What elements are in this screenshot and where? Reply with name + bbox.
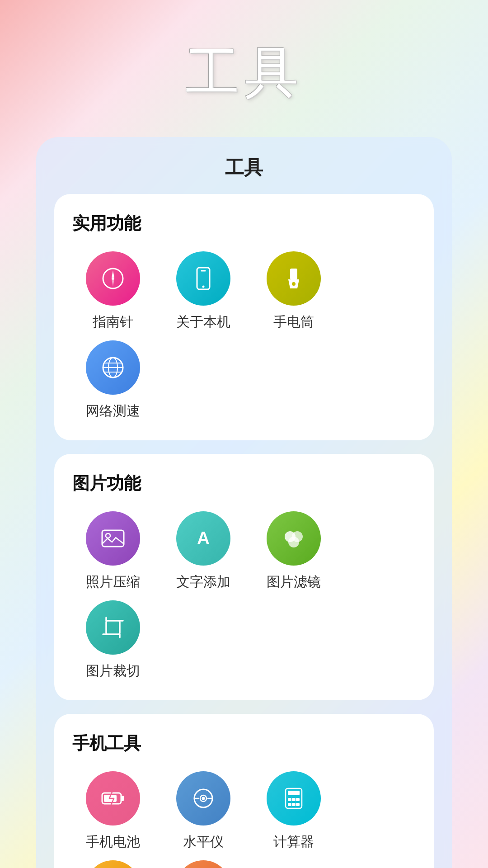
svg-point-36 <box>202 797 205 800</box>
photo-icon <box>99 525 127 552</box>
item-flashlight[interactable]: 手电筒 <box>253 251 334 331</box>
level-icon-bg <box>176 771 230 826</box>
level-icon <box>190 785 217 812</box>
cpu-icon-bg <box>86 860 140 868</box>
calculator-icon <box>280 785 307 812</box>
image-crop-label: 图片裁切 <box>86 662 140 680</box>
compass-icon <box>99 265 127 292</box>
image-filter-label: 图片滤镜 <box>267 573 321 591</box>
level-label: 水平仪 <box>183 833 224 851</box>
svg-rect-40 <box>292 798 296 801</box>
section-practical-label: 实用功能 <box>72 212 416 235</box>
main-card: 工具 实用功能 指南针 <box>36 137 452 868</box>
card-title: 工具 <box>225 155 263 180</box>
svg-point-20 <box>288 537 299 547</box>
crop-icon <box>99 614 127 641</box>
practical-grid: 指南针 关于本机 <box>72 251 416 420</box>
svg-point-1 <box>112 277 114 280</box>
section-image-label: 图片功能 <box>72 472 416 495</box>
phone-tools-grid: 手机电池 水平仪 <box>72 771 416 868</box>
item-image-filter[interactable]: 图片滤镜 <box>253 511 334 591</box>
svg-point-6 <box>202 286 205 288</box>
filter-icon <box>280 525 307 552</box>
item-about-phone[interactable]: 关于本机 <box>163 251 244 331</box>
item-text-add[interactable]: A 文字添加 <box>163 511 244 591</box>
svg-rect-39 <box>288 798 291 801</box>
text-add-icon-bg: A <box>176 511 230 566</box>
compass-icon-bg <box>86 251 140 306</box>
item-level[interactable]: 水平仪 <box>163 771 244 851</box>
svg-rect-42 <box>288 803 291 806</box>
image-filter-icon-bg <box>267 511 321 566</box>
image-grid: 照片压缩 A 文字添加 图片滤镜 <box>72 511 416 680</box>
item-compass[interactable]: 指南针 <box>72 251 154 331</box>
about-phone-icon-bg <box>176 251 230 306</box>
svg-rect-41 <box>296 798 300 801</box>
svg-rect-43 <box>292 803 296 806</box>
compass-label: 指南针 <box>93 313 133 331</box>
section-practical: 实用功能 指南针 <box>54 194 434 440</box>
item-cpu[interactable]: CPU <box>72 860 154 868</box>
svg-marker-3 <box>112 279 114 287</box>
battery-label: 手机电池 <box>86 833 140 851</box>
network-speed-label: 网络测速 <box>86 402 140 420</box>
text-a-icon: A <box>190 525 217 552</box>
svg-point-9 <box>292 282 296 286</box>
flashlight-label: 手电筒 <box>273 313 314 331</box>
item-calculator[interactable]: 计算器 <box>253 771 334 851</box>
section-phone-tools-label: 手机工具 <box>72 732 416 755</box>
item-battery[interactable]: 手机电池 <box>72 771 154 851</box>
page-title: 工具 <box>185 36 303 110</box>
calculator-icon-bg <box>267 771 321 826</box>
svg-rect-15 <box>102 530 124 547</box>
photo-compress-label: 照片压缩 <box>86 573 140 591</box>
item-phone-clean[interactable]: 手机清灰 <box>163 860 244 868</box>
phone-clean-icon-bg <box>176 860 230 868</box>
flashlight-icon-bg <box>267 251 321 306</box>
svg-rect-7 <box>290 269 297 279</box>
text-add-label: 文字添加 <box>176 573 230 591</box>
item-image-crop[interactable]: 图片裁切 <box>72 600 154 680</box>
svg-marker-2 <box>112 270 114 278</box>
svg-rect-38 <box>288 791 300 795</box>
image-crop-icon-bg <box>86 600 140 655</box>
photo-compress-icon-bg <box>86 511 140 566</box>
svg-rect-44 <box>296 803 300 806</box>
item-network-speed[interactable]: 网络测速 <box>72 340 154 420</box>
item-photo-compress[interactable]: 照片压缩 <box>72 511 154 591</box>
about-phone-icon <box>190 265 217 292</box>
network-speed-icon-bg <box>86 340 140 395</box>
globe-icon <box>99 354 127 381</box>
svg-text:A: A <box>197 528 209 547</box>
calculator-label: 计算器 <box>273 833 314 851</box>
section-image: 图片功能 照片压缩 A 文字添加 <box>54 454 434 700</box>
svg-point-16 <box>106 533 110 538</box>
svg-rect-21 <box>106 621 120 634</box>
battery-icon-bg <box>86 771 140 826</box>
battery-icon <box>99 785 127 812</box>
flashlight-icon <box>280 265 307 292</box>
about-phone-label: 关于本机 <box>176 313 230 331</box>
svg-rect-27 <box>121 796 124 801</box>
section-phone-tools: 手机工具 手机电池 <box>54 714 434 868</box>
